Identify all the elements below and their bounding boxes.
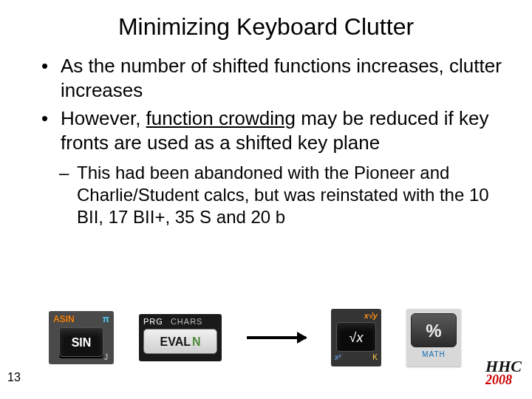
key-eval-main: EVAL (160, 335, 190, 348)
key-sin-shift-right: π (103, 314, 109, 324)
key-sqrt-shift-top: x√y (335, 311, 378, 320)
slide: Minimizing Keyboard Clutter As the numbe… (0, 0, 532, 399)
logo-line2: 2008 (485, 374, 522, 386)
key-sqrt-shift-br: K (372, 353, 378, 361)
key-sqrt-cap: √x (336, 322, 376, 352)
key-sin-shift-row: ASIN π (53, 314, 109, 324)
key-eval-shift-left: PRG (143, 317, 163, 326)
bullet-2: However, function crowding may be reduce… (41, 106, 502, 154)
subbullet-1: This had been abandoned with the Pioneer… (41, 162, 502, 228)
slide-body: As the number of shifted functions incre… (0, 54, 532, 228)
slide-title: Minimizing Keyboard Clutter (0, 13, 532, 41)
bullet-2-underline: function crowding (146, 107, 296, 129)
key-eval-shift-right: CHARS (171, 317, 203, 326)
key-eval: PRG CHARS EVALN (139, 314, 222, 361)
bullet-list: As the number of shifted functions incre… (41, 54, 502, 228)
key-sin-front: J (104, 353, 108, 361)
key-eval-shift-row: PRG CHARS (143, 317, 217, 326)
key-sqrt-bottom-row: x² K (335, 353, 378, 361)
key-sin: ASIN π SIN J (49, 311, 114, 364)
key-sin-cap: SIN (59, 327, 103, 357)
arrow-icon (247, 336, 306, 339)
conference-logo: HHC 2008 (485, 359, 522, 386)
bullet-2-pre: However, (61, 107, 146, 129)
key-row: ASIN π SIN J PRG CHARS EVALN x√y √x x² K (49, 309, 461, 366)
key-sqrt: x√y √x x² K (331, 309, 381, 366)
key-sqrt-shift-bl: x² (335, 353, 341, 361)
bullet-1: As the number of shifted functions incre… (41, 54, 502, 102)
key-percent-cap: % (411, 313, 457, 347)
logo-line1: HHC (485, 359, 522, 374)
page-number: 13 (7, 371, 21, 384)
key-percent-front: MATH (411, 350, 457, 358)
key-eval-suffix: N (192, 335, 201, 348)
key-sin-shift-left: ASIN (53, 314, 75, 324)
key-percent: % MATH (406, 309, 461, 366)
key-eval-cap: EVALN (143, 329, 217, 354)
